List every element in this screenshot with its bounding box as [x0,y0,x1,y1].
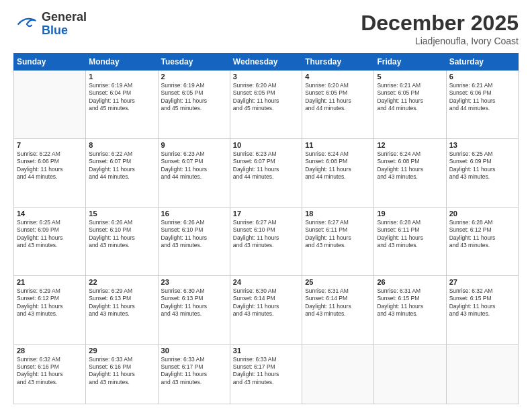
week-row-1: 7Sunrise: 6:22 AMSunset: 6:06 PMDaylight… [14,138,519,207]
day-number: 18 [305,210,371,218]
logo-general: General [42,11,87,24]
day-number: 24 [233,278,299,286]
day-number: 22 [89,278,154,286]
day-header-sunday: Sunday [14,54,86,71]
day-info: Sunrise: 6:30 AMSunset: 6:14 PMDaylight:… [233,287,299,318]
calendar-cell: 25Sunrise: 6:31 AMSunset: 6:14 PMDayligh… [302,275,374,344]
day-info: Sunrise: 6:21 AMSunset: 6:06 PMDaylight:… [449,82,515,113]
day-number: 19 [377,210,443,218]
day-number: 10 [233,141,299,149]
day-number: 30 [161,347,227,355]
calendar-cell: 9Sunrise: 6:23 AMSunset: 6:07 PMDaylight… [158,138,230,207]
day-number: 6 [449,73,515,81]
day-info: Sunrise: 6:22 AMSunset: 6:06 PMDaylight:… [17,150,83,181]
calendar-cell: 14Sunrise: 6:25 AMSunset: 6:09 PMDayligh… [14,207,86,275]
logo: General Blue [13,11,87,38]
calendar-cell: 23Sunrise: 6:30 AMSunset: 6:13 PMDayligh… [158,275,230,344]
day-number: 3 [233,73,299,81]
calendar-cell: 18Sunrise: 6:27 AMSunset: 6:11 PMDayligh… [302,207,374,275]
calendar-cell: 16Sunrise: 6:26 AMSunset: 6:10 PMDayligh… [158,207,230,275]
day-info: Sunrise: 6:27 AMSunset: 6:11 PMDaylight:… [305,219,371,250]
day-number: 16 [161,210,227,218]
calendar-cell [374,344,446,404]
week-row-3: 21Sunrise: 6:29 AMSunset: 6:12 PMDayligh… [14,275,519,344]
day-info: Sunrise: 6:33 AMSunset: 6:17 PMDaylight:… [161,356,227,387]
calendar-cell: 30Sunrise: 6:33 AMSunset: 6:17 PMDayligh… [158,344,230,404]
calendar-cell: 10Sunrise: 6:23 AMSunset: 6:07 PMDayligh… [230,138,302,207]
calendar-header-row: SundayMondayTuesdayWednesdayThursdayFrid… [14,54,519,71]
day-info: Sunrise: 6:23 AMSunset: 6:07 PMDaylight:… [233,150,299,181]
day-number: 21 [17,278,83,286]
day-number: 8 [89,141,154,149]
day-info: Sunrise: 6:26 AMSunset: 6:10 PMDaylight:… [89,219,154,250]
header: General Blue December 2025 Liadjenoufla,… [13,11,519,46]
calendar-cell: 20Sunrise: 6:28 AMSunset: 6:12 PMDayligh… [446,207,518,275]
day-number: 5 [377,73,443,81]
day-number: 31 [233,347,299,355]
day-number: 1 [89,73,154,81]
calendar-cell: 7Sunrise: 6:22 AMSunset: 6:06 PMDaylight… [14,138,86,207]
day-number: 17 [233,210,299,218]
day-number: 2 [161,73,227,81]
day-info: Sunrise: 6:31 AMSunset: 6:14 PMDaylight:… [305,287,371,318]
day-number: 11 [305,141,371,149]
day-info: Sunrise: 6:32 AMSunset: 6:15 PMDaylight:… [449,287,515,318]
calendar-cell: 28Sunrise: 6:32 AMSunset: 6:16 PMDayligh… [14,344,86,404]
calendar-cell: 11Sunrise: 6:24 AMSunset: 6:08 PMDayligh… [302,138,374,207]
month-title: December 2025 [361,11,519,36]
day-info: Sunrise: 6:19 AMSunset: 6:05 PMDaylight:… [161,82,227,113]
calendar-cell [446,344,518,404]
day-info: Sunrise: 6:20 AMSunset: 6:05 PMDaylight:… [233,82,299,113]
calendar-cell: 5Sunrise: 6:21 AMSunset: 6:05 PMDaylight… [374,71,446,139]
day-info: Sunrise: 6:24 AMSunset: 6:08 PMDaylight:… [377,150,443,181]
calendar-cell: 24Sunrise: 6:30 AMSunset: 6:14 PMDayligh… [230,275,302,344]
day-header-saturday: Saturday [446,54,518,71]
day-number: 4 [305,73,371,81]
calendar-cell: 4Sunrise: 6:20 AMSunset: 6:05 PMDaylight… [302,71,374,139]
day-info: Sunrise: 6:33 AMSunset: 6:16 PMDaylight:… [89,356,154,387]
day-info: Sunrise: 6:30 AMSunset: 6:13 PMDaylight:… [161,287,227,318]
day-info: Sunrise: 6:28 AMSunset: 6:11 PMDaylight:… [377,219,443,250]
day-header-monday: Monday [86,54,158,71]
day-info: Sunrise: 6:22 AMSunset: 6:07 PMDaylight:… [89,150,154,181]
day-info: Sunrise: 6:31 AMSunset: 6:15 PMDaylight:… [377,287,443,318]
calendar-cell: 6Sunrise: 6:21 AMSunset: 6:06 PMDaylight… [446,71,518,139]
day-header-tuesday: Tuesday [158,54,230,71]
day-number: 29 [89,347,154,355]
day-header-thursday: Thursday [302,54,374,71]
calendar-cell: 27Sunrise: 6:32 AMSunset: 6:15 PMDayligh… [446,275,518,344]
day-number: 27 [449,278,515,286]
day-info: Sunrise: 6:32 AMSunset: 6:16 PMDaylight:… [17,356,83,387]
logo-text: General Blue [42,11,87,38]
day-header-wednesday: Wednesday [230,54,302,71]
day-info: Sunrise: 6:29 AMSunset: 6:12 PMDaylight:… [17,287,83,318]
day-number: 25 [305,278,371,286]
day-number: 14 [17,210,83,218]
calendar-cell [302,344,374,404]
week-row-0: 1Sunrise: 6:19 AMSunset: 6:04 PMDaylight… [14,71,519,139]
week-row-2: 14Sunrise: 6:25 AMSunset: 6:09 PMDayligh… [14,207,519,275]
calendar-cell: 2Sunrise: 6:19 AMSunset: 6:05 PMDaylight… [158,71,230,139]
title-block: December 2025 Liadjenoufla, Ivory Coast [361,11,519,46]
day-header-friday: Friday [374,54,446,71]
calendar: SundayMondayTuesdayWednesdayThursdayFrid… [13,53,519,404]
day-number: 12 [377,141,443,149]
day-number: 9 [161,141,227,149]
calendar-cell: 19Sunrise: 6:28 AMSunset: 6:11 PMDayligh… [374,207,446,275]
logo-blue: Blue [42,24,87,38]
day-number: 15 [89,210,154,218]
day-info: Sunrise: 6:19 AMSunset: 6:04 PMDaylight:… [89,82,154,113]
calendar-cell: 29Sunrise: 6:33 AMSunset: 6:16 PMDayligh… [86,344,158,404]
day-number: 26 [377,278,443,286]
subtitle: Liadjenoufla, Ivory Coast [361,36,519,46]
day-info: Sunrise: 6:29 AMSunset: 6:13 PMDaylight:… [89,287,154,318]
week-row-4: 28Sunrise: 6:32 AMSunset: 6:16 PMDayligh… [14,344,519,404]
calendar-cell: 26Sunrise: 6:31 AMSunset: 6:15 PMDayligh… [374,275,446,344]
day-number: 28 [17,347,83,355]
day-info: Sunrise: 6:20 AMSunset: 6:05 PMDaylight:… [305,82,371,113]
calendar-cell: 1Sunrise: 6:19 AMSunset: 6:04 PMDaylight… [86,71,158,139]
day-info: Sunrise: 6:25 AMSunset: 6:09 PMDaylight:… [17,219,83,250]
calendar-cell: 3Sunrise: 6:20 AMSunset: 6:05 PMDaylight… [230,71,302,139]
calendar-cell: 17Sunrise: 6:27 AMSunset: 6:10 PMDayligh… [230,207,302,275]
calendar-cell: 15Sunrise: 6:26 AMSunset: 6:10 PMDayligh… [86,207,158,275]
